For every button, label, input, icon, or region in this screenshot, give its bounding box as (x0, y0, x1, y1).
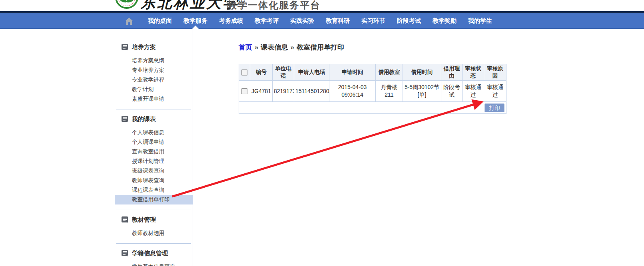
col-header-room: 借用教室 (376, 64, 403, 81)
table-footer-cell: 打印 (239, 102, 506, 114)
annotation-arrow (0, 0, 644, 266)
breadcrumb-home-link[interactable]: 首页 (239, 44, 252, 51)
col-header-borrow-time: 借用时间 (403, 64, 441, 81)
sidebar-item-teacher-timetable-query[interactable]: 教师课表查询 (115, 176, 193, 185)
print-button[interactable]: 打印 (484, 103, 504, 112)
table-header-row: 编号 单位电话 申请人电话 申请时间 借用教室 借用时间 借用理由 审核状态 审… (239, 64, 506, 81)
cell-unit-phone: 82191736 (273, 81, 294, 102)
sidebar-section-textbook-management: 教材管理 (115, 215, 193, 224)
nav-item-education-research[interactable]: 教育科研 (326, 17, 350, 25)
sidebar-item-student-basic-info-view[interactable]: 学生基本信息查看 (115, 262, 193, 266)
breadcrumb: 首页»课表信息»教室借用单打印 (239, 43, 344, 52)
notes-icon (122, 44, 128, 50)
nav-item-teaching-awards[interactable]: 教学奖励 (433, 17, 457, 25)
nav-item-stage-exams[interactable]: 阶段考试 (397, 17, 421, 25)
nav-item-exam-scores[interactable]: 考务成绩 (219, 17, 243, 25)
sidebar-section-student-records: 学籍信息管理 (115, 248, 193, 258)
sidebar-item-course-timetable-query[interactable]: 课程课表查询 (115, 185, 193, 195)
nav-item-my-students[interactable]: 我的学生 (468, 17, 492, 25)
select-all-checkbox[interactable] (241, 69, 247, 75)
sidebar-section-title: 教材管理 (132, 216, 156, 224)
notes-icon (122, 216, 128, 223)
sidebar-right-border (193, 29, 193, 266)
cell-id: JG4781 (250, 81, 273, 102)
sidebar-divider (116, 210, 191, 210)
sidebar-section-training-plan: 培养方案 (115, 42, 193, 52)
sidebar-item-training-plan-outline[interactable]: 培养方案总纲 (115, 56, 193, 66)
sidebar-item-personal-timetable-info[interactable]: 个人课表信息 (115, 128, 193, 137)
platform-name: 教学一体化服务平台 (227, 0, 321, 12)
sidebar-item-classroom-borrow-print[interactable]: 教室借用单打印 (115, 195, 193, 204)
cell-apply-time: 2015-04-03 09:06:14 (329, 81, 376, 102)
nav-item-internship[interactable]: 实习环节 (361, 17, 385, 25)
cell-applicant-phone: 15114501280 (294, 81, 329, 102)
breadcrumb-item: 课表信息 (261, 44, 288, 51)
nav-active-indicator (192, 26, 199, 29)
breadcrumb-separator: » (255, 44, 258, 51)
sidebar-section-title: 学籍信息管理 (132, 250, 168, 257)
col-header-id: 编号 (250, 64, 273, 81)
col-header-applicant-phone: 申请人电话 (294, 64, 329, 81)
main-nav: 我的桌面 教学服务 考务成绩 教学考评 实践实验 教育科研 实习环节 阶段考试 … (0, 11, 644, 29)
sidebar: 培养方案 培养方案总纲 专业培养方案 专业教学进程 教学计划 素质开课申请 我的… (115, 29, 193, 266)
nav-item-teaching-evaluation[interactable]: 教学考评 (255, 17, 279, 25)
row-select-cell (239, 81, 250, 102)
table-row: JG4781 82191736 15114501280 2015-04-03 0… (239, 81, 506, 102)
sidebar-item-teaching-plan-management[interactable]: 授课计划管理 (115, 157, 193, 166)
nav-item-my-desktop[interactable]: 我的桌面 (148, 17, 172, 25)
sidebar-item-teacher-textbook-selection[interactable]: 教师教材选用 (115, 228, 193, 238)
notes-icon (122, 250, 128, 256)
cell-status: 审核通 过 (463, 81, 484, 102)
sidebar-item-class-timetable-query[interactable]: 班级课表查询 (115, 166, 193, 176)
sidebar-item-major-training-plan[interactable]: 专业培养方案 (115, 66, 193, 75)
page: 东北林业大学 教学一体化服务平台 我的桌面 教学服务 考务成绩 教学考评 实践实… (0, 0, 644, 266)
row-checkbox[interactable] (241, 88, 247, 94)
borrow-table: 编号 单位电话 申请人电话 申请时间 借用教室 借用时间 借用理由 审核状态 审… (239, 64, 506, 114)
sidebar-item-personal-course-adjustment[interactable]: 个人调课申请 (115, 137, 193, 147)
sidebar-divider (116, 109, 191, 109)
notes-icon (122, 116, 128, 122)
col-header-unit-phone: 单位电话 (273, 64, 294, 81)
sidebar-item-major-teaching-process[interactable]: 专业教学进程 (115, 75, 193, 85)
nav-item-teaching-services[interactable]: 教学服务 (183, 17, 207, 25)
select-all-cell (239, 64, 250, 81)
home-icon[interactable] (124, 16, 134, 26)
breadcrumb-separator: » (290, 44, 294, 51)
sidebar-item-teaching-plan[interactable]: 教学计划 (115, 85, 193, 94)
cell-reason: 阶段考 试 (441, 81, 463, 102)
col-header-reason: 借用理由 (441, 64, 463, 81)
table-footer-row: 打印 (239, 102, 506, 114)
cell-borrow-time: 5-5周30102节 [单] (403, 81, 441, 102)
col-header-apply-time: 申请时间 (329, 64, 376, 81)
sidebar-item-query-classroom-borrow[interactable]: 查询教室借用 (115, 147, 193, 157)
sidebar-divider (116, 243, 191, 244)
col-header-review-reason: 审核原因 (484, 64, 506, 81)
sidebar-section-title: 培养方案 (132, 44, 156, 51)
cell-review-reason: 审核通 过 (484, 81, 506, 102)
nav-items: 我的桌面 教学服务 考务成绩 教学考评 实践实验 教育科研 实习环节 阶段考试 … (148, 13, 492, 29)
sidebar-section-my-timetable: 我的课表 (115, 114, 193, 124)
col-header-status: 审核状态 (463, 64, 484, 81)
sidebar-section-title: 我的课表 (132, 115, 156, 123)
cell-room: 丹青楼 211 (376, 81, 403, 102)
university-logo-icon (115, 0, 138, 9)
sidebar-item-quality-course-application[interactable]: 素质开课申请 (115, 94, 193, 104)
breadcrumb-item-current: 教室借用单打印 (297, 44, 344, 51)
brand-header: 东北林业大学 教学一体化服务平台 (0, 0, 644, 11)
nav-item-practice-experiments[interactable]: 实践实验 (290, 17, 314, 25)
